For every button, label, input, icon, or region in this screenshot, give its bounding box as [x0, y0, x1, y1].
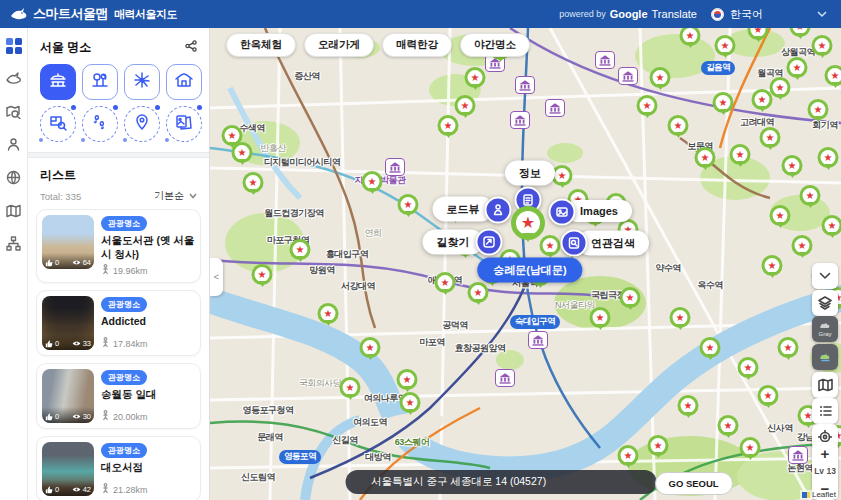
filter-chip[interactable]: 야간명소 — [460, 33, 530, 57]
zoom-in-button[interactable]: + — [821, 444, 830, 463]
basemap-color-button[interactable] — [812, 344, 838, 370]
place-marker[interactable]: ★ — [825, 65, 841, 86]
place-marker[interactable]: ★ — [318, 303, 339, 324]
place-card[interactable]: 0 30 관광명소 송월동 일대 20.00km — [36, 363, 201, 429]
images-icon[interactable] — [549, 199, 576, 226]
place-marker[interactable]: ★ — [787, 57, 808, 78]
park-icon — [90, 71, 110, 93]
place-marker[interactable]: ★ — [730, 144, 751, 165]
map-canvas[interactable]: 수색역디지털미디어시티역월드컵경기장역마포구청역증산역반홍산망원역홍대입구역서강… — [210, 28, 841, 500]
filter-chip[interactable]: 한옥체험 — [226, 33, 296, 57]
place-marker[interactable]: ★ — [792, 235, 813, 256]
place-marker[interactable]: ★ — [738, 357, 759, 378]
place-marker[interactable]: ★ — [758, 385, 779, 406]
place-marker[interactable]: ★ — [455, 95, 476, 116]
place-marker[interactable]: ★ — [808, 99, 829, 120]
place-marker[interactable]: ★ — [468, 282, 489, 303]
chevron-down-button[interactable] — [812, 263, 838, 289]
go-seoul-button[interactable]: GO SEOUL — [655, 472, 733, 495]
place-marker[interactable]: ★ — [778, 337, 799, 358]
globe-icon[interactable] — [5, 169, 22, 186]
place-marker[interactable]: ★ — [222, 125, 243, 146]
place-marker[interactable]: ★ — [770, 77, 791, 98]
place-marker[interactable]: ★ — [740, 437, 761, 458]
place-marker[interactable]: ★ — [620, 287, 641, 308]
bird-icon[interactable] — [5, 70, 22, 87]
legend-button[interactable] — [812, 398, 838, 424]
category-trail-icon[interactable] — [82, 106, 118, 142]
place-marker[interactable]: ★ — [360, 337, 381, 358]
place-marker[interactable]: ★ — [435, 272, 456, 293]
place-marker[interactable]: ★ — [678, 395, 699, 416]
category-park-icon[interactable] — [82, 64, 118, 100]
popup-info-button[interactable]: 정보 — [505, 161, 555, 186]
place-marker[interactable]: ★ — [668, 115, 689, 136]
selected-place-name[interactable]: 숭례문(남대문) — [477, 258, 582, 283]
place-marker[interactable]: ★ — [540, 235, 561, 256]
filter-chip[interactable]: 매력한강 — [382, 33, 452, 57]
place-title: 송월동 일대 — [101, 388, 156, 402]
place-marker[interactable]: ★ — [752, 89, 773, 110]
place-marker[interactable]: ★ — [400, 392, 421, 413]
place-marker[interactable]: ★ — [590, 307, 611, 328]
category-course-icon[interactable] — [40, 106, 76, 142]
place-marker[interactable]: ★ — [465, 67, 486, 88]
basemap-gray-button[interactable]: Gray — [812, 316, 838, 342]
category-fireworks-icon[interactable] — [124, 64, 160, 100]
category-gallery-icon[interactable] — [166, 106, 202, 142]
place-marker[interactable]: ★ — [762, 255, 783, 276]
place-marker[interactable]: ★ — [252, 264, 273, 285]
place-marker[interactable]: ★ — [800, 185, 821, 206]
roadview-icon[interactable] — [485, 197, 512, 224]
header-chevron-down-icon[interactable] — [817, 9, 827, 20]
map-icon[interactable] — [5, 202, 22, 219]
user-icon[interactable] — [5, 136, 22, 153]
directions-icon[interactable] — [476, 229, 503, 256]
sort-dropdown[interactable]: 기본순 — [154, 189, 197, 203]
grid-logo-icon[interactable] — [6, 38, 22, 54]
place-marker[interactable]: ★ — [670, 307, 691, 328]
popup-directions-button[interactable]: 길찾기 — [423, 230, 484, 255]
place-marker[interactable]: ★ — [650, 67, 671, 88]
place-marker[interactable]: ★ — [713, 92, 734, 113]
map-search-icon[interactable] — [5, 103, 22, 120]
place-marker[interactable]: ★ — [700, 337, 721, 358]
popup-images-button[interactable]: Images — [566, 200, 632, 222]
place-marker[interactable]: ★ — [715, 35, 736, 56]
filter-chip[interactable]: 오래가게 — [304, 33, 374, 57]
place-marker[interactable]: ★ — [812, 35, 833, 56]
category-spot-icon[interactable] — [124, 106, 160, 142]
place-marker[interactable]: ★ — [718, 415, 739, 436]
place-marker[interactable]: ★ — [397, 369, 418, 390]
place-marker[interactable]: ★ — [782, 155, 803, 176]
category-palace-icon[interactable] — [40, 64, 76, 100]
selected-place-marker[interactable]: ★ — [511, 206, 545, 240]
place-marker[interactable]: ★ — [818, 147, 839, 168]
popup-related-search-button[interactable]: 연관검색 — [577, 231, 649, 256]
related-search-icon[interactable] — [561, 230, 588, 257]
place-marker[interactable]: ★ — [760, 127, 781, 148]
place-marker[interactable]: ★ — [770, 205, 791, 226]
place-marker[interactable]: ★ — [618, 445, 639, 466]
place-marker[interactable]: ★ — [398, 194, 419, 215]
sidebar-collapse-handle[interactable]: < — [210, 258, 223, 296]
place-marker[interactable]: ★ — [340, 377, 361, 398]
place-marker[interactable]: ★ — [243, 172, 264, 193]
place-marker[interactable]: ★ — [695, 147, 716, 168]
sitemap-icon[interactable] — [5, 235, 22, 252]
map-button[interactable] — [812, 372, 838, 398]
place-marker[interactable]: ★ — [822, 215, 841, 236]
category-hanok-icon[interactable] — [166, 64, 202, 100]
layers-button[interactable] — [812, 290, 838, 316]
language-selector[interactable]: 한국어 — [711, 7, 763, 22]
share-icon[interactable] — [185, 38, 197, 56]
place-marker[interactable]: ★ — [362, 171, 383, 192]
place-card[interactable]: 0 64 관광명소 서울도서관 (옛 서울시 청사) 19.96km — [36, 209, 201, 283]
total-count: Total: 335 — [40, 191, 81, 202]
place-marker[interactable]: ★ — [637, 95, 658, 116]
place-card[interactable]: 0 33 관광명소 Addicted 17.84km — [36, 290, 201, 356]
place-marker[interactable]: ★ — [648, 435, 669, 456]
place-marker[interactable]: ★ — [290, 239, 311, 260]
place-card[interactable]: 0 42 관광명소 대오서점 21.28km — [36, 436, 201, 500]
place-marker[interactable]: ★ — [438, 115, 459, 136]
